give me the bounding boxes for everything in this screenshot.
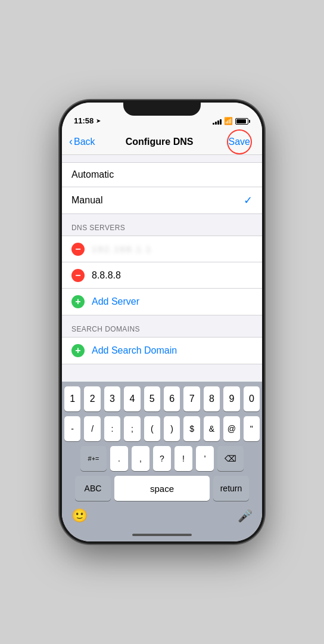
back-button[interactable]: ‹ Back xyxy=(69,135,95,148)
save-button[interactable]: Save xyxy=(224,134,255,149)
add-server-label: Add Server xyxy=(92,296,139,307)
mic-icon[interactable]: 🎤 xyxy=(238,509,253,523)
key-apostrophe[interactable]: ' xyxy=(196,446,214,471)
location-icon: ➤ xyxy=(96,117,101,124)
dns-server-1[interactable]: − 192.168.1.1 xyxy=(62,236,262,262)
key-exclamation[interactable]: ! xyxy=(175,446,192,471)
server-1-value: 192.168.1.1 xyxy=(92,244,152,254)
search-section-header: SEARCH DOMAINS xyxy=(62,315,262,337)
battery-icon xyxy=(235,118,250,125)
status-icons: 📶 xyxy=(213,117,250,125)
key-return[interactable]: return xyxy=(213,476,249,501)
signal-icon xyxy=(213,118,222,125)
phone-frame: 11:58 ➤ 📶 xyxy=(60,100,264,544)
key-dash[interactable]: - xyxy=(64,416,80,441)
key-ampersand[interactable]: & xyxy=(204,416,220,441)
abc-label: ABC xyxy=(85,484,102,493)
mode-manual[interactable]: Manual ✓ xyxy=(62,187,262,213)
key-dollar[interactable]: $ xyxy=(183,416,200,441)
key-comma[interactable]: , xyxy=(132,446,149,471)
mode-group: Automatic Manual ✓ xyxy=(62,162,262,214)
key-0[interactable]: 0 xyxy=(244,386,260,411)
key-semicolon[interactable]: ; xyxy=(124,416,140,441)
notch xyxy=(123,100,201,116)
key-abc[interactable]: ABC xyxy=(75,476,111,501)
key-at[interactable]: @ xyxy=(223,416,239,441)
automatic-label: Automatic xyxy=(71,169,114,180)
key-8[interactable]: 8 xyxy=(204,386,220,411)
add-search-domain-label: Add Search Domain xyxy=(92,345,177,356)
key-space[interactable]: space xyxy=(114,476,210,501)
wifi-icon: 📶 xyxy=(224,117,233,125)
manual-label: Manual xyxy=(71,195,102,206)
back-label: Back xyxy=(74,137,95,147)
key-quote[interactable]: " xyxy=(244,416,260,441)
phone-inner: 11:58 ➤ 📶 xyxy=(62,103,262,541)
key-3[interactable]: 3 xyxy=(104,386,120,411)
keyboard: 1 2 3 4 5 6 7 8 9 0 - / : ; ( ) $ & xyxy=(62,382,262,528)
key-9[interactable]: 9 xyxy=(223,386,239,411)
save-button-wrapper: Save xyxy=(224,137,255,147)
key-period[interactable]: . xyxy=(110,446,128,471)
key-open-paren[interactable]: ( xyxy=(144,416,160,441)
key-7[interactable]: 7 xyxy=(183,386,200,411)
add-server-icon: + xyxy=(71,295,85,308)
status-time: 11:58 xyxy=(74,116,94,125)
main-content: Automatic Manual ✓ DNS SERVERS − 192.168… xyxy=(62,155,262,382)
key-1[interactable]: 1 xyxy=(64,386,80,411)
key-slash[interactable]: / xyxy=(84,416,100,441)
page-title: Configure DNS xyxy=(126,137,194,147)
nav-bar: ‹ Back Configure DNS Save xyxy=(62,129,262,155)
manual-checkmark-icon: ✓ xyxy=(244,194,253,207)
emoji-icon[interactable]: 🙂 xyxy=(71,508,88,524)
key-5[interactable]: 5 xyxy=(144,386,160,411)
mode-automatic[interactable]: Automatic xyxy=(62,163,262,187)
key-4[interactable]: 4 xyxy=(124,386,140,411)
remove-server-2-button[interactable]: − xyxy=(71,269,85,282)
key-colon[interactable]: : xyxy=(104,416,120,441)
key-hashtag[interactable]: #+= xyxy=(80,446,107,471)
server-2-value: 8.8.8.8 xyxy=(92,270,121,281)
search-domains-list: + Add Search Domain xyxy=(62,337,262,364)
home-bar xyxy=(132,534,192,536)
add-search-domain-icon: + xyxy=(71,344,85,357)
keyboard-row-symbols: - / : ; ( ) $ & @ " xyxy=(64,416,260,441)
key-question[interactable]: ? xyxy=(153,446,171,471)
return-label: return xyxy=(220,484,242,493)
dns-server-2[interactable]: − 8.8.8.8 xyxy=(62,262,262,289)
key-6[interactable]: 6 xyxy=(164,386,180,411)
add-server-item[interactable]: + Add Server xyxy=(62,289,262,315)
keyboard-row-bottom: ABC space return xyxy=(64,476,260,501)
remove-server-1-button[interactable]: − xyxy=(71,243,85,256)
key-2[interactable]: 2 xyxy=(84,386,100,411)
keyboard-row-numbers: 1 2 3 4 5 6 7 8 9 0 xyxy=(64,386,260,411)
space-label: space xyxy=(150,484,174,494)
key-delete[interactable]: ⌫ xyxy=(217,446,244,471)
keyboard-row-special: #+= . , ? ! ' ⌫ xyxy=(64,446,260,471)
key-close-paren[interactable]: ) xyxy=(164,416,180,441)
back-chevron-icon: ‹ xyxy=(69,135,73,148)
keyboard-emoji-row: 🙂 🎤 xyxy=(64,506,260,526)
home-indicator xyxy=(62,528,262,541)
dns-section-header: DNS SERVERS xyxy=(62,214,262,236)
add-search-domain-item[interactable]: + Add Search Domain xyxy=(62,338,262,364)
dns-servers-list: − 192.168.1.1 − 8.8.8.8 + Add Server xyxy=(62,236,262,315)
